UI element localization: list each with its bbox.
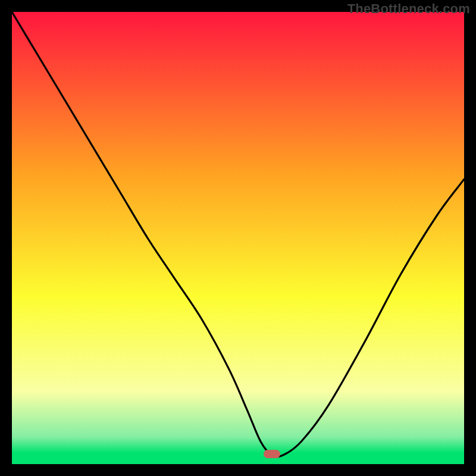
optimum-marker [264, 450, 280, 458]
plot-area [12, 12, 464, 464]
chart-frame: TheBottleneck.com [0, 0, 476, 476]
watermark-text: TheBottleneck.com [347, 1, 470, 17]
bottleneck-curve [12, 12, 464, 464]
